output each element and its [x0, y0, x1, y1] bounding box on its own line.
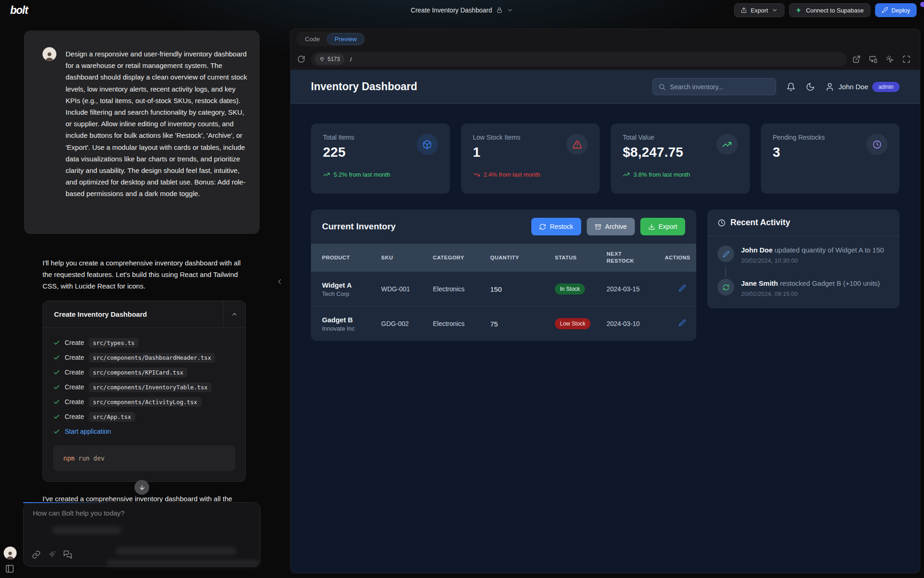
- inspect-cursor-icon[interactable]: [886, 55, 894, 63]
- step-row: Create src/components/ActivityLog.tsx: [53, 394, 235, 409]
- restock-button[interactable]: Restock: [531, 218, 581, 235]
- inventory-search[interactable]: [652, 78, 776, 95]
- top-bar: bolt Create Inventory Dashboard Export C…: [0, 0, 924, 20]
- connect-supabase-button[interactable]: Connect to Supabase: [789, 3, 870, 17]
- project-title-menu[interactable]: Create Inventory Dashboard: [411, 6, 513, 14]
- step-action: Create: [65, 413, 84, 420]
- step-action: Create: [65, 354, 84, 361]
- table-header: PRODUCT SKU CATEGORY QUANTITY STATUS NEX…: [311, 244, 696, 271]
- edit-pencil-icon[interactable]: [679, 319, 686, 326]
- user-icon: [825, 82, 834, 92]
- archive-button[interactable]: Archive: [587, 218, 635, 235]
- collapse-chat-chevron[interactable]: [275, 277, 284, 286]
- dashboard-main: Current Inventory Restock Archive: [291, 194, 920, 341]
- category-cell: Electronics: [433, 285, 490, 293]
- category-cell: Electronics: [433, 320, 490, 327]
- package-icon: [417, 134, 438, 155]
- file-chip[interactable]: src/components/KPICard.tsx: [89, 368, 188, 377]
- devices-icon[interactable]: [869, 55, 877, 63]
- kpi-low-stock: Low Stock Items 1 2.4% from last month: [461, 123, 600, 194]
- tab-code[interactable]: Code: [298, 33, 327, 45]
- scroll-to-bottom-button[interactable]: [134, 480, 149, 495]
- export-button[interactable]: Export: [734, 3, 785, 17]
- url-bar[interactable]: 5173 /: [311, 52, 847, 67]
- clock-icon: [717, 219, 726, 227]
- search-input[interactable]: [670, 83, 770, 91]
- table-row: Widget A Tech Corp WDG-001 Electronics 1…: [311, 271, 696, 306]
- artifact-collapse-button[interactable]: [223, 301, 245, 327]
- command-name: npm: [63, 455, 74, 462]
- product-name: Gadget B: [322, 316, 381, 324]
- archive-icon: [595, 223, 602, 230]
- preview-actions: [852, 55, 911, 63]
- export-label: Export: [751, 7, 768, 14]
- reload-icon[interactable]: [297, 55, 305, 63]
- open-external-icon[interactable]: [852, 55, 861, 63]
- dark-mode-moon-icon[interactable]: [806, 82, 815, 92]
- sku-cell: WDG-001: [381, 285, 433, 293]
- sidebar-toggle-icon[interactable]: [5, 564, 14, 573]
- quantity-cell[interactable]: 75: [490, 320, 555, 328]
- refresh-icon: [539, 223, 546, 230]
- status-badge: Low Stock: [555, 318, 590, 329]
- table-row: Gadget B Innovate Inc GDG-002 Electronic…: [311, 306, 696, 341]
- account-avatar[interactable]: [4, 547, 17, 560]
- port-chip[interactable]: 5173: [315, 54, 345, 65]
- chevron-up-icon: [231, 311, 238, 318]
- kpi-pending-restocks: Pending Restocks 3: [761, 123, 900, 194]
- project-title: Create Inventory Dashboard: [411, 6, 492, 14]
- check-icon: [53, 369, 60, 376]
- file-chip[interactable]: src/types.ts: [89, 338, 139, 348]
- status-badge: In Stock: [555, 283, 585, 295]
- start-application-link[interactable]: Start application: [65, 428, 111, 435]
- deploy-button[interactable]: Deploy: [875, 3, 917, 17]
- user-message-text: Design a responsive and user-friendly in…: [66, 48, 250, 200]
- export-csv-button[interactable]: Export: [640, 218, 685, 235]
- recent-activity-card: Recent Activity John Doe updated quantit…: [707, 209, 900, 308]
- edit-pencil-icon[interactable]: [679, 284, 686, 292]
- step-action: Create: [65, 339, 84, 346]
- refresh-icon: [717, 279, 734, 295]
- file-chip[interactable]: src/components/DashboardHeader.tsx: [89, 353, 215, 363]
- user-avatar: [43, 47, 56, 61]
- col-sku: SKU: [381, 254, 433, 261]
- activity-item: John Doe updated quantity of Widget A to…: [717, 246, 889, 264]
- check-icon: [53, 428, 60, 435]
- chat-input-box[interactable]: [23, 502, 261, 567]
- trending-up-icon: [717, 134, 738, 155]
- deploy-label: Deploy: [892, 7, 910, 14]
- input-glow: [23, 502, 111, 503]
- sparkles-icon[interactable]: [48, 550, 56, 559]
- inventory-card: Current Inventory Restock Archive: [311, 209, 696, 341]
- step-row: Create src/App.tsx: [53, 409, 235, 424]
- link-attach-icon[interactable]: [32, 550, 41, 559]
- artifact-steps: Create src/types.ts Create src/component…: [43, 328, 245, 471]
- bolt-logo[interactable]: bolt: [10, 4, 28, 17]
- chat-input[interactable]: [33, 509, 250, 517]
- file-chip[interactable]: src/components/InventoryTable.tsx: [89, 382, 212, 392]
- rocket-icon: [881, 7, 888, 13]
- workbench-panel: Code Preview 5173 / Inve: [290, 29, 920, 573]
- step-action: Create: [65, 383, 84, 391]
- restock-date-cell: 2024-03-10: [607, 320, 665, 327]
- col-quantity: QUANTITY: [490, 254, 555, 261]
- file-chip[interactable]: src/App.tsx: [89, 412, 135, 422]
- person-photo: [44, 51, 55, 61]
- user-message: Design a responsive and user-friendly in…: [24, 31, 260, 234]
- edit-pencil-icon: [717, 246, 734, 262]
- fullscreen-icon[interactable]: [902, 55, 911, 63]
- user-menu[interactable]: John Doe admin: [825, 82, 900, 92]
- kpi-trend: 3.8% from last month: [623, 171, 738, 178]
- file-chip[interactable]: src/components/ActivityLog.tsx: [89, 397, 201, 407]
- activity-text: John Doe updated quantity of Widget A to…: [741, 246, 884, 255]
- view-tabs: Code Preview: [291, 29, 920, 49]
- chat-bubbles-icon[interactable]: [63, 550, 72, 559]
- tab-preview[interactable]: Preview: [327, 33, 364, 45]
- quantity-cell[interactable]: 150: [490, 285, 555, 293]
- bell-icon[interactable]: [786, 82, 796, 92]
- command-args: run dev: [74, 455, 104, 462]
- check-icon: [53, 354, 60, 361]
- supabase-zap-icon: [796, 7, 802, 13]
- trend-down-icon: [473, 171, 480, 178]
- alert-triangle-icon: [566, 134, 588, 155]
